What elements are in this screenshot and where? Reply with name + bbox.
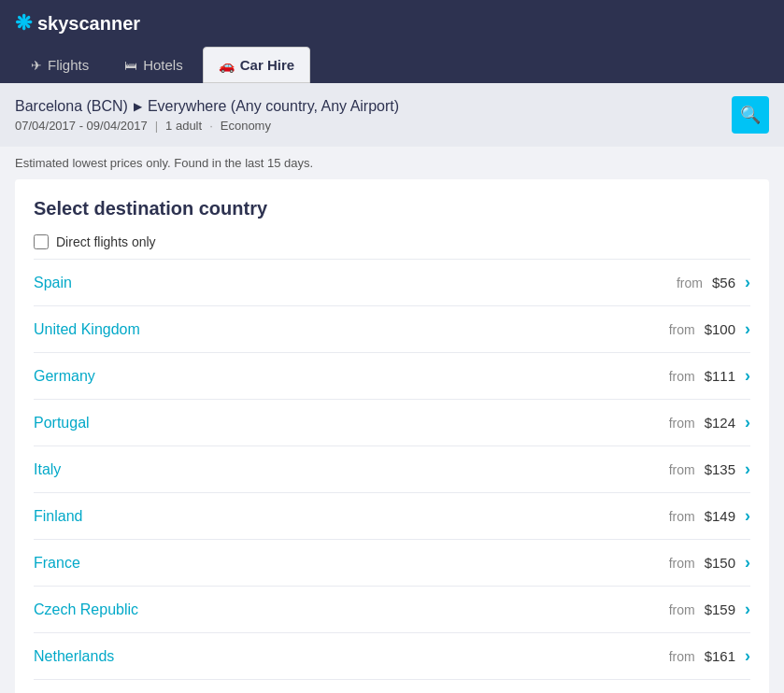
search-info: Barcelona (BCN) ▶ Everywhere (Any countr… [15, 98, 399, 133]
chevron-right-icon: › [745, 460, 750, 479]
tab-flights-label: Flights [48, 57, 89, 73]
country-name[interactable]: Czech Republic [34, 601, 138, 618]
search-button[interactable]: 🔍 [732, 96, 769, 134]
search-bar: Barcelona (BCN) ▶ Everywhere (Any countr… [0, 83, 784, 147]
from-text: from [669, 416, 695, 431]
country-item[interactable]: Finland from $149 › [34, 492, 750, 539]
notice-text: Estimated lowest prices only. Found in t… [0, 147, 784, 179]
country-item[interactable]: Germany from $111 › [34, 352, 750, 399]
tab-car-hire-label: Car Hire [240, 57, 294, 73]
country-item[interactable]: Portugal from $124 › [34, 399, 750, 446]
country-name[interactable]: Portugal [34, 415, 90, 431]
from-text: from [669, 462, 695, 477]
flights-icon: ✈ [31, 58, 42, 73]
from-text: from [669, 556, 695, 571]
car-hire-icon: 🚗 [219, 58, 235, 73]
price-value: $159 [705, 601, 735, 617]
tab-hotels[interactable]: 🛏 Hotels [108, 47, 199, 83]
country-item[interactable]: Sweden from $171 › [34, 679, 750, 693]
from-text: from [669, 369, 695, 384]
country-price: from $135 › [669, 460, 750, 479]
country-price: from $56 › [677, 273, 750, 292]
from-text: from [669, 649, 695, 664]
price-value: $111 [705, 368, 735, 384]
country-item[interactable]: United Kingdom from $100 › [34, 305, 750, 352]
search-button-icon: 🔍 [740, 105, 761, 125]
country-price: from $124 › [669, 413, 750, 432]
search-origin: Barcelona (BCN) [15, 98, 128, 115]
route-arrow: ▶ [134, 100, 142, 113]
search-meta: 07/04/2017 - 09/04/2017 | 1 adult · Econ… [15, 119, 399, 133]
chevron-right-icon: › [745, 273, 750, 292]
country-name[interactable]: Finland [34, 508, 82, 525]
main-content: Select destination country Direct flight… [15, 179, 769, 693]
country-price: from $150 › [669, 553, 750, 573]
logo-text: skyscanner [37, 13, 140, 35]
search-adults: 1 adult [165, 119, 202, 133]
from-text: from [669, 509, 695, 524]
logo-icon: ❋ [15, 11, 32, 35]
chevron-right-icon: › [745, 553, 750, 573]
search-route: Barcelona (BCN) ▶ Everywhere (Any countr… [15, 98, 399, 115]
section-title: Select destination country [34, 198, 750, 219]
search-destination: Everywhere (Any country, Any Airport) [148, 98, 399, 115]
search-dates: 07/04/2017 - 09/04/2017 [15, 119, 148, 133]
from-text: from [669, 322, 695, 337]
header: ❋ skyscanner [0, 0, 784, 47]
logo: ❋ skyscanner [15, 11, 140, 35]
country-item[interactable]: France from $150 › [34, 539, 750, 586]
country-price: from $161 › [669, 646, 750, 666]
meta-sep1: | [155, 119, 158, 133]
price-value: $100 [705, 321, 735, 337]
country-item[interactable]: Netherlands from $161 › [34, 632, 750, 679]
country-price: from $100 › [669, 319, 750, 339]
direct-flights-checkbox[interactable] [34, 234, 49, 249]
country-item[interactable]: Czech Republic from $159 › [34, 586, 750, 632]
chevron-right-icon: › [745, 600, 750, 619]
from-text: from [669, 602, 695, 617]
price-value: $135 [705, 461, 735, 477]
tab-car-hire[interactable]: 🚗 Car Hire [203, 47, 310, 83]
country-item[interactable]: Italy from $135 › [34, 446, 750, 492]
direct-flights-label[interactable]: Direct flights only [56, 234, 156, 249]
direct-flights-row: Direct flights only [34, 234, 750, 249]
nav-tabs: ✈ Flights 🛏 Hotels 🚗 Car Hire [0, 47, 784, 83]
price-value: $56 [712, 275, 735, 290]
chevron-right-icon: › [745, 506, 750, 526]
country-name[interactable]: Germany [34, 368, 95, 385]
country-name[interactable]: Italy [34, 461, 61, 478]
chevron-right-icon: › [745, 413, 750, 432]
country-list: Spain from $56 › United Kingdom from $10… [34, 259, 750, 693]
tab-hotels-label: Hotels [143, 57, 183, 73]
country-price: from $111 › [669, 366, 750, 386]
search-cabin: Economy [221, 119, 271, 133]
chevron-right-icon: › [745, 366, 750, 386]
chevron-right-icon: › [745, 319, 750, 339]
country-price: from $149 › [669, 506, 750, 526]
chevron-right-icon: › [745, 646, 750, 666]
price-value: $149 [705, 508, 735, 524]
country-name[interactable]: United Kingdom [34, 321, 140, 338]
price-value: $161 [705, 648, 735, 664]
country-name[interactable]: France [34, 555, 80, 572]
hotels-icon: 🛏 [124, 58, 137, 73]
tab-flights[interactable]: ✈ Flights [15, 47, 105, 83]
price-value: $150 [705, 555, 735, 571]
price-value: $124 [705, 415, 735, 431]
country-name[interactable]: Spain [34, 275, 72, 291]
country-price: from $159 › [669, 600, 750, 619]
meta-sep2: · [209, 119, 213, 133]
country-name[interactable]: Netherlands [34, 648, 114, 665]
from-text: from [677, 276, 703, 290]
country-item[interactable]: Spain from $56 › [34, 259, 750, 305]
